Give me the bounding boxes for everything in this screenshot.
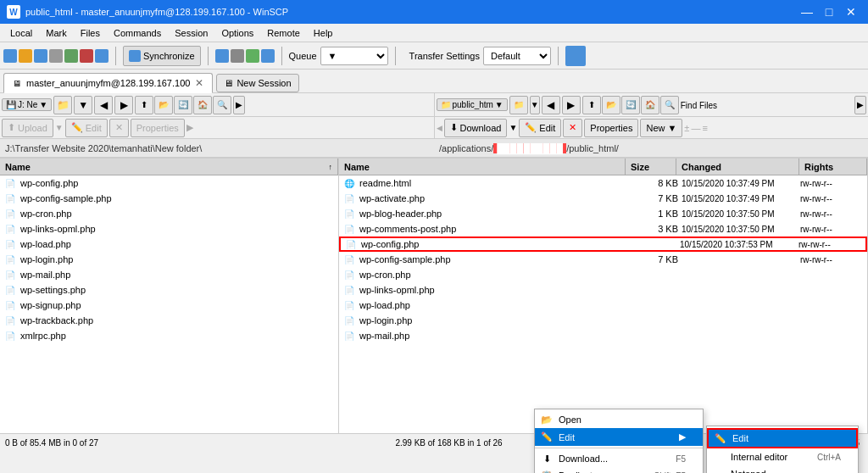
list-item[interactable]: 📄 wp-mail.php bbox=[0, 267, 338, 282]
list-item[interactable]: 📄 wp-trackback.php bbox=[0, 313, 338, 328]
left-nav-dropdown[interactable]: ▼ bbox=[74, 96, 92, 114]
find-files-btn[interactable]: Find Files bbox=[681, 100, 853, 110]
new-button[interactable]: New ▼ bbox=[640, 119, 682, 137]
icon10 bbox=[246, 49, 259, 63]
right-up[interactable]: ⬆ bbox=[582, 96, 601, 114]
menu-help[interactable]: Help bbox=[307, 26, 340, 40]
tab-new-session[interactable]: 🖥 New Session bbox=[216, 74, 298, 92]
list-item[interactable]: 📄 wp-cron.php bbox=[339, 267, 867, 282]
upload-dropdown[interactable]: ▼ bbox=[55, 123, 64, 132]
list-item[interactable]: 📄 wp-blog-header.php 1 KB 10/15/2020 10:… bbox=[339, 206, 867, 221]
upload-button[interactable]: ⬆ Upload bbox=[2, 119, 53, 137]
file-icon: 📄 bbox=[3, 298, 17, 312]
properties-left-button[interactable]: Properties bbox=[131, 119, 185, 137]
minimize-button[interactable]: — bbox=[797, 3, 817, 20]
right-col-rights[interactable]: Rights bbox=[799, 159, 867, 175]
file-icon: 📄 bbox=[342, 192, 356, 205]
download-button[interactable]: ⬇ Download bbox=[444, 119, 508, 137]
list-item[interactable]: 📄 xmlrpc.php bbox=[0, 328, 338, 343]
menu-local[interactable]: Local bbox=[3, 26, 39, 40]
icon11 bbox=[261, 49, 275, 63]
edit-right-button[interactable]: ✏️ Edit bbox=[519, 119, 561, 137]
right-more[interactable]: ▶ bbox=[854, 96, 866, 114]
right-icon2[interactable]: 📂 bbox=[602, 96, 620, 114]
left-icon2[interactable]: 📂 bbox=[154, 96, 173, 114]
tab-session-close[interactable]: ✕ bbox=[195, 77, 203, 89]
left-icon4[interactable]: 🏠 bbox=[193, 96, 212, 114]
list-item[interactable]: 📄 wp-login.php bbox=[0, 252, 338, 267]
file-icon: 📄 bbox=[3, 314, 17, 327]
delete-left-button[interactable]: ✕ bbox=[109, 119, 129, 137]
list-item[interactable]: 📄 wp-load.php bbox=[339, 298, 867, 313]
queue-dropdown[interactable]: ▼ bbox=[320, 47, 388, 65]
maximize-button[interactable]: □ bbox=[819, 3, 839, 20]
menu-mark[interactable]: Mark bbox=[39, 26, 73, 40]
list-item[interactable]: 📄 wp-cron.php bbox=[0, 206, 338, 221]
right-dropdown[interactable]: ▼ bbox=[530, 96, 540, 114]
ctx-download-label: Download... bbox=[559, 454, 608, 464]
list-item[interactable]: 📄 wp-activate.php 7 KB 10/15/2020 10:37:… bbox=[339, 191, 867, 206]
right-forward[interactable]: ▶ bbox=[562, 96, 581, 114]
left-drive-selector[interactable]: 💾 J: Ne ▼ bbox=[2, 98, 52, 111]
ctx-edit[interactable]: ✏️ Edit ▶ bbox=[535, 428, 703, 446]
left-icon5[interactable]: 🔍 bbox=[213, 96, 231, 114]
left-more-btn[interactable]: ▶ bbox=[233, 96, 245, 114]
list-item[interactable]: 📄 wp-mail.php bbox=[339, 328, 867, 343]
sub-edit[interactable]: ✏️ Edit bbox=[707, 428, 858, 448]
list-item[interactable]: 📄 wp-config-sample.php 7 KB rw-rw-r-- bbox=[339, 252, 867, 267]
list-item[interactable]: 📄 wp-config-sample.php bbox=[0, 191, 338, 206]
sub-notepad[interactable]: Notepad bbox=[707, 465, 858, 473]
left-forward-btn[interactable]: ▶ bbox=[114, 96, 133, 114]
delete-right-button[interactable]: ✕ bbox=[563, 119, 582, 137]
ctx-download[interactable]: ⬇ Download... F5 bbox=[535, 450, 703, 467]
right-search[interactable]: 🔍 bbox=[660, 96, 679, 114]
right-icon1[interactable]: 📁 bbox=[509, 96, 528, 114]
list-item[interactable]: 📄 wp-links-opml.php bbox=[339, 282, 867, 298]
download-dropdown[interactable]: ▼ bbox=[509, 123, 517, 132]
sub-internal-editor[interactable]: Internal editor Ctrl+A bbox=[707, 448, 858, 465]
left-icon1[interactable]: ⬆ bbox=[135, 96, 153, 114]
right-col-changed[interactable]: Changed bbox=[676, 159, 799, 175]
right-col-size[interactable]: Size bbox=[626, 159, 676, 175]
ctx-duplicate[interactable]: 📋 Duplicate... Shift+F5 bbox=[535, 467, 703, 473]
title-bar-left: W public_html - master_anuunjmyfm@128.19… bbox=[7, 5, 288, 19]
right-home[interactable]: 🏠 bbox=[641, 96, 659, 114]
transfer-settings-dropdown[interactable]: Default bbox=[483, 47, 551, 65]
tab-session[interactable]: 🖥 master_anuunjmyfm@128.199.167.100 ✕ bbox=[3, 73, 213, 93]
synchronize-button[interactable]: Synchronize bbox=[123, 46, 201, 66]
close-button[interactable]: ✕ bbox=[841, 3, 861, 20]
list-item[interactable]: 📄 wp-links-opml.php bbox=[0, 221, 338, 236]
list-item[interactable]: 📄 wp-settings.php bbox=[0, 282, 338, 298]
menu-remote[interactable]: Remote bbox=[260, 26, 307, 40]
right-path-selector[interactable]: 📁 public_htm ▼ bbox=[437, 98, 508, 111]
right-col-name[interactable]: Name bbox=[339, 159, 626, 175]
edit-left-button[interactable]: ✏️ Edit bbox=[65, 119, 108, 137]
menu-options[interactable]: Options bbox=[214, 26, 260, 40]
file-name: wp-signup.php bbox=[20, 300, 335, 310]
menu-commands[interactable]: Commands bbox=[107, 26, 168, 40]
menu-files[interactable]: Files bbox=[74, 26, 107, 40]
list-item[interactable]: 📄 wp-load.php bbox=[0, 236, 338, 252]
list-item[interactable]: 📄 wp-login.php bbox=[339, 313, 867, 328]
wp-config-row[interactable]: 📄 wp-config.php 10/15/2020 10:37:53 PM r… bbox=[339, 236, 867, 252]
list-item[interactable]: 📄 wp-comments-post.php 3 KB 10/15/2020 1… bbox=[339, 221, 867, 236]
ctx-edit-label: Edit bbox=[559, 432, 575, 442]
right-back[interactable]: ◀ bbox=[542, 96, 560, 114]
icon3 bbox=[34, 49, 47, 63]
left-col-name[interactable]: Name ↑ bbox=[0, 159, 338, 175]
ctx-open[interactable]: 📂 Open bbox=[535, 411, 703, 428]
list-item[interactable]: 📄 wp-config.php bbox=[0, 175, 338, 191]
right-refresh[interactable]: 🔄 bbox=[621, 96, 640, 114]
list-item[interactable]: 🌐 readme.html 8 KB 10/15/2020 10:37:49 P… bbox=[339, 175, 867, 191]
left-icon3[interactable]: 🔄 bbox=[174, 96, 192, 114]
menu-session[interactable]: Session bbox=[168, 26, 214, 40]
left-panel: Name ↑ 📄 wp-config.php 📄 wp-config-sampl… bbox=[0, 159, 339, 452]
list-item[interactable]: 📄 wp-signup.php bbox=[0, 298, 338, 313]
left-back-btn[interactable]: ◀ bbox=[94, 96, 113, 114]
left-parent-btn[interactable]: 📁 bbox=[53, 96, 72, 114]
menu-bar: Local Mark Files Commands Session Option… bbox=[0, 24, 868, 42]
left-file-list[interactable]: 📄 wp-config.php 📄 wp-config-sample.php 📄… bbox=[0, 175, 338, 435]
right-file-list[interactable]: 🌐 readme.html 8 KB 10/15/2020 10:37:49 P… bbox=[339, 175, 867, 435]
right-toolbar-icons: ± bbox=[684, 123, 689, 133]
properties-right-button[interactable]: Properties bbox=[584, 119, 638, 137]
